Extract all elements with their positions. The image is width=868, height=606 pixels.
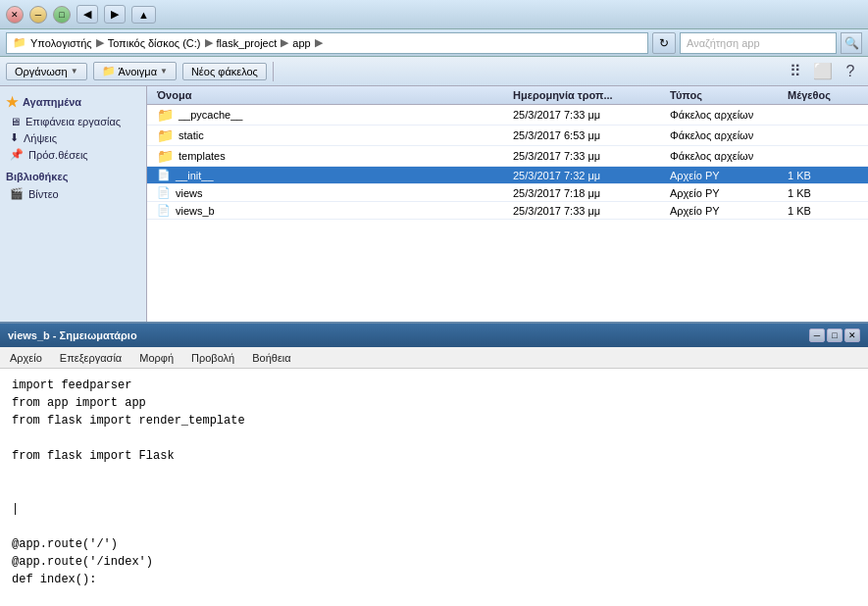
path-part-disk: Τοπικός δίσκος (C:): [108, 37, 201, 49]
help-button[interactable]: ?: [839, 60, 862, 83]
py-icon: 📄: [157, 204, 171, 217]
view-details-button[interactable]: ⠿: [784, 60, 807, 83]
file-name-cell: 📁 static: [153, 127, 509, 143]
path-part-computer: Υπολογιστής: [30, 37, 92, 49]
file-date: 25/3/2017 7:18 μμ: [509, 187, 666, 199]
maximize-button[interactable]: □: [53, 6, 71, 24]
path-part-app: app: [292, 37, 310, 49]
file-list-header: Όνομα Ημερομηνία τροπ... Τύπος Μέγεθος: [147, 86, 868, 105]
favorites-header: ★ Αγαπημένα: [6, 94, 140, 110]
file-date: 25/3/2017 7:33 μμ: [509, 109, 666, 121]
sidebar-item-downloads[interactable]: ⬇ Λήψεις: [6, 129, 140, 146]
file-type: Φάκελος αρχείων: [666, 129, 784, 141]
address-bar: 📁 Υπολογιστής ▶ Τοπικός δίσκος (C:) ▶ fl…: [0, 29, 868, 57]
monitor-icon: 🖥: [10, 116, 21, 127]
header-type: Τύπος: [666, 89, 784, 101]
up-button[interactable]: ▲: [131, 6, 156, 24]
favorites-group: ★ Αγαπημένα 🖥 Επιφάνεια εργασίας ⬇ Λήψει…: [6, 94, 140, 163]
minimize-button[interactable]: ─: [29, 6, 47, 24]
sidebar-item-recent[interactable]: 📌 Πρόσ.θέσεις: [6, 146, 140, 163]
menu-edit[interactable]: Επεξεργασία: [56, 351, 126, 365]
view-icon-button[interactable]: ⬜: [811, 60, 835, 83]
download-icon: ⬇: [10, 131, 19, 144]
header-name: Όνομα: [153, 89, 509, 101]
notepad-editor[interactable]: import feedparser from app import app fr…: [0, 369, 868, 606]
menu-format[interactable]: Μορφή: [135, 351, 178, 365]
organize-button[interactable]: Οργάνωση ▼: [6, 63, 87, 80]
open-dropdown-arrow: ▼: [160, 67, 168, 76]
search-button[interactable]: 🔍: [841, 32, 862, 54]
forward-button[interactable]: ▶: [104, 5, 126, 24]
open-label: Άνοιγμα: [119, 66, 157, 77]
file-name: views_b: [176, 205, 215, 217]
file-name-cell: 📄 views: [153, 186, 509, 199]
libraries-group: Βιβλιοθήκες 🎬 Βίντεο: [6, 171, 140, 202]
header-date: Ημερομηνία τροπ...: [509, 89, 666, 101]
sidebar-item-desktop[interactable]: 🖥 Επιφάνεια εργασίας: [6, 114, 140, 129]
notepad-close-button[interactable]: ✕: [844, 328, 860, 342]
file-name: static: [179, 129, 204, 141]
py-icon: 📄: [157, 169, 171, 181]
table-row[interactable]: 📄 __init__ 25/3/2017 7:32 μμ Αρχείο PY 1…: [147, 167, 868, 184]
file-name: views: [176, 187, 203, 199]
file-type: Αρχείο PY: [666, 170, 784, 181]
table-row[interactable]: 📁 templates 25/3/2017 7:33 μμ Φάκελος αρ…: [147, 146, 868, 167]
open-button[interactable]: 📁 Άνοιγμα ▼: [93, 62, 177, 80]
window-titlebar: ✕ ─ □ ◀ ▶ ▲: [0, 0, 868, 29]
notepad-maximize-button[interactable]: □: [827, 328, 842, 342]
file-name-cell: 📄 __init__: [153, 169, 509, 181]
recent-label: Πρόσ.θέσεις: [28, 149, 88, 161]
file-type: Φάκελος αρχείων: [666, 150, 784, 162]
file-date: 25/3/2017 7:33 μμ: [509, 150, 666, 162]
video-icon: 🎬: [10, 187, 24, 200]
file-name: templates: [179, 150, 226, 162]
file-date: 25/3/2017 7:32 μμ: [509, 170, 666, 181]
sidebar: ★ Αγαπημένα 🖥 Επιφάνεια εργασίας ⬇ Λήψει…: [0, 86, 147, 322]
notepad-window: views_b - Σημειωματάριο ─ □ ✕ Αρχείο Επε…: [0, 322, 868, 606]
file-type: Αρχείο PY: [666, 187, 784, 199]
back-button[interactable]: ◀: [77, 5, 98, 24]
table-row[interactable]: 📁 static 25/3/2017 6:53 μμ Φάκελος αρχεί…: [147, 126, 868, 146]
file-list: Όνομα Ημερομηνία τροπ... Τύπος Μέγεθος 📁…: [147, 86, 868, 322]
desktop-label: Επιφάνεια εργασίας: [26, 116, 121, 127]
organize-label: Οργάνωση: [15, 66, 68, 77]
table-row[interactable]: 📁 __pycache__ 25/3/2017 7:33 μμ Φάκελος …: [147, 105, 868, 126]
recent-icon: 📌: [10, 148, 24, 161]
sidebar-item-video[interactable]: 🎬 Βίντεο: [6, 185, 140, 202]
new-folder-label: Νέος φάκελος: [191, 66, 258, 77]
folder-icon: 📁: [157, 107, 174, 123]
star-icon: ★: [6, 94, 19, 110]
video-label: Βίντεο: [28, 188, 59, 200]
new-folder-button[interactable]: Νέος φάκελος: [182, 63, 267, 80]
file-date: 25/3/2017 6:53 μμ: [509, 129, 666, 141]
menu-file[interactable]: Αρχείο: [6, 351, 46, 365]
folder-icon: 📁: [157, 148, 174, 164]
folder-icon: 📁: [157, 127, 174, 143]
notepad-minimize-button[interactable]: ─: [809, 328, 825, 342]
toolbar-separator: [273, 62, 274, 81]
table-row[interactable]: 📄 views 25/3/2017 7:18 μμ Αρχείο PY 1 KB: [147, 184, 868, 202]
file-name: __pycache__: [179, 109, 242, 121]
notepad-titlebar: views_b - Σημειωματάριο ─ □ ✕: [0, 324, 868, 347]
favorites-label: Αγαπημένα: [23, 96, 81, 108]
notepad-title: views_b - Σημειωματάριο: [8, 329, 137, 341]
header-size: Μέγεθος: [784, 89, 862, 101]
table-row[interactable]: 📄 views_b 25/3/2017 7:33 μμ Αρχείο PY 1 …: [147, 202, 868, 220]
file-type: Αρχείο PY: [666, 205, 784, 217]
search-placeholder: Αναζήτηση app: [687, 37, 760, 49]
folder-icon: 📁: [102, 65, 116, 77]
path-part-project: flask_project: [217, 37, 278, 49]
address-path[interactable]: 📁 Υπολογιστής ▶ Τοπικός δίσκος (C:) ▶ fl…: [6, 32, 648, 54]
file-name-cell: 📁 templates: [153, 148, 509, 164]
explorer-toolbar: Οργάνωση ▼ 📁 Άνοιγμα ▼ Νέος φάκελος ⠿ ⬜ …: [0, 57, 868, 86]
py-icon: 📄: [157, 186, 171, 199]
close-button[interactable]: ✕: [6, 6, 24, 24]
menu-view[interactable]: Προβολή: [187, 351, 238, 365]
folder-icon: 📁: [13, 36, 26, 49]
search-box[interactable]: Αναζήτηση app: [680, 32, 837, 54]
explorer-main: ★ Αγαπημένα 🖥 Επιφάνεια εργασίας ⬇ Λήψει…: [0, 86, 868, 322]
libraries-header: Βιβλιοθήκες: [6, 171, 140, 182]
refresh-button[interactable]: ↻: [652, 32, 676, 54]
menu-help[interactable]: Βοήθεια: [248, 351, 294, 365]
file-date: 25/3/2017 7:33 μμ: [509, 205, 666, 217]
